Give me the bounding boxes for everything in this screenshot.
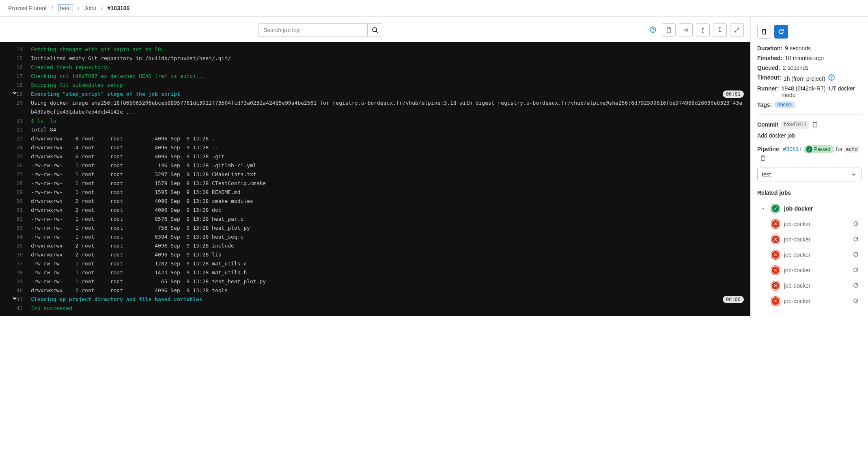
job-name: job-docker [784, 205, 859, 212]
search-button[interactable] [368, 23, 382, 37]
retry-job-icon[interactable] [853, 282, 859, 290]
log-line: 40drwxrwxrwx 2 root root 4096 Sep 9 13:2… [0, 286, 750, 295]
log-line: 33-rw-rw-rw- 1 root root 756 Sep 9 13:28… [0, 224, 750, 233]
tag-docker[interactable]: docker [774, 101, 795, 108]
retry-job-icon[interactable] [853, 267, 859, 274]
breadcrumb-project[interactable]: heat [58, 4, 73, 12]
fullscreen-button[interactable] [730, 23, 744, 37]
copy-commit-button[interactable] [812, 121, 818, 129]
log-line-text: drwxrwxrwx 6 root root 4096 Sep 9 13:28 … [31, 152, 744, 161]
log-line-number[interactable]: 33 [6, 224, 23, 233]
timeout-help-icon[interactable] [828, 75, 835, 82]
log-line-number[interactable]: 22 [6, 125, 23, 134]
log-line: 17Checking out fd8d7037 as detached HEAD… [0, 72, 750, 81]
pipeline-label: Pipeline [757, 146, 779, 152]
copy-ref-button[interactable] [760, 156, 766, 163]
log-line: 36drwxrwxrwx 2 root root 4096 Sep 9 13:2… [0, 250, 750, 259]
svg-rect-8 [761, 156, 765, 161]
log-line-number[interactable]: 38 [6, 268, 23, 277]
commit-sha[interactable]: fd8d7037 [781, 121, 809, 129]
related-job-item[interactable]: ✕job-docker [757, 278, 862, 293]
sidebar: Duration:9 seconds Finished:10 minutes a… [750, 17, 868, 317]
scroll-down-button[interactable] [713, 23, 727, 37]
log-line-number[interactable]: 32 [6, 215, 23, 224]
scroll-top-button[interactable] [696, 23, 710, 37]
help-button[interactable] [647, 26, 659, 34]
log-line-number[interactable]: 20 [6, 99, 23, 116]
log-line-number[interactable]: 40 [6, 286, 23, 295]
log-line-number[interactable]: 21 [6, 116, 23, 125]
log-line: 24drwxrwxrwx 4 root root 4096 Sep 9 13:2… [0, 143, 750, 152]
breadcrumb-job-id: #103106 [108, 5, 130, 11]
retry-job-icon[interactable] [853, 220, 859, 228]
retry-job-icon[interactable] [853, 236, 859, 243]
related-job-item[interactable]: ✕job-docker [757, 293, 862, 309]
log-line: 35drwxrwxrwx 2 root root 4096 Sep 9 13:2… [0, 241, 750, 250]
commit-label: Commit [757, 121, 778, 129]
log-line-number[interactable]: 36 [6, 250, 23, 259]
related-job-item[interactable]: ✕job-docker [757, 263, 862, 278]
duration-value: 9 seconds [785, 45, 862, 52]
log-line-text: -rw-rw-rw- 1 root root 146 Sep 9 13:28 .… [31, 161, 744, 170]
log-line-number[interactable]: 34 [6, 233, 23, 241]
log-line-number[interactable]: 26 [6, 161, 23, 170]
breadcrumb: Pruvost Florent / heat / Jobs / #103106 [0, 0, 868, 17]
log-line-number[interactable]: 29 [6, 188, 23, 197]
erase-job-button[interactable] [757, 25, 771, 39]
log-line-number[interactable]: 23 [6, 134, 23, 143]
log-line-number[interactable]: 17 [6, 72, 23, 81]
log-line-text: $ ls -la [31, 116, 744, 125]
stage-selected-value: test [762, 171, 771, 178]
log-line-number[interactable]: 30 [6, 197, 23, 206]
timeout-value: 1h (from project) [784, 74, 862, 82]
retry-job-button[interactable] [774, 25, 788, 39]
log-line-text: Fetching changes with git depth set to 5… [31, 45, 744, 54]
log-line-number[interactable]: 37 [6, 259, 23, 268]
collapse-chevron-icon[interactable] [11, 90, 18, 99]
log-line: 42Job succeeded [0, 304, 750, 313]
log-line-number[interactable]: 31 [6, 206, 23, 215]
log-line-text: Using docker image sha256:18f865063206eb… [31, 99, 744, 116]
log-line-text: Executing "step_script" stage of the job… [31, 90, 744, 99]
retry-job-icon[interactable] [853, 297, 859, 305]
log-line-number[interactable]: 15 [6, 54, 23, 63]
collapse-chevron-icon[interactable] [11, 295, 18, 304]
log-line-number[interactable]: 14 [6, 45, 23, 54]
log-line-text: -rw-rw-rw- 1 root root 1423 Sep 9 13:28 … [31, 268, 744, 277]
log-line: 41Cleaning up project directory and file… [0, 295, 750, 304]
related-job-item[interactable]: ✕job-docker [757, 232, 862, 247]
log-line-number[interactable]: 24 [6, 143, 23, 152]
retry-job-icon[interactable] [853, 251, 859, 259]
log-line-number[interactable]: 16 [6, 63, 23, 72]
pipeline-ref[interactable]: auto [844, 146, 859, 153]
breadcrumb-jobs[interactable]: Jobs [84, 5, 97, 11]
log-line-text: -rw-rw-rw- 1 root root 1282 Sep 9 13:28 … [31, 259, 744, 268]
log-line-text: -rw-rw-rw- 1 root root 6394 Sep 9 13:28 … [31, 233, 744, 241]
log-line-number[interactable]: 25 [6, 152, 23, 161]
log-line-number[interactable]: 39 [6, 277, 23, 286]
pipeline-status-badge: ✓ Passed [803, 145, 834, 153]
search-input[interactable] [258, 23, 368, 37]
log-line-text: drwxrwxrwx 4 root root 4096 Sep 9 13:28 … [31, 143, 744, 152]
log-line-text: -rw-rw-rw- 1 root root 1579 Sep 9 13:28 … [31, 179, 744, 188]
breadcrumb-owner[interactable]: Pruvost Florent [8, 5, 47, 11]
related-job-item[interactable]: ✕job-docker [757, 216, 862, 232]
related-job-item[interactable]: →✓job-docker [757, 201, 862, 216]
log-line-number[interactable]: 35 [6, 241, 23, 250]
scroll-bottom-button[interactable] [679, 23, 693, 37]
stage-dropdown[interactable]: test [757, 168, 862, 181]
log-line-text: drwxrwxrwx 2 root root 4096 Sep 9 13:28 … [31, 286, 744, 295]
related-job-item[interactable]: ✕job-docker [757, 247, 862, 263]
log-line: 25drwxrwxrwx 6 root root 4096 Sep 9 13:2… [0, 152, 750, 161]
search-icon [372, 27, 378, 33]
raw-button[interactable] [662, 23, 676, 37]
status-failed-icon: ✕ [771, 297, 780, 306]
log-line: 39-rw-rw-rw- 1 root root 65 Sep 9 13:28 … [0, 277, 750, 286]
timeout-label: Timeout: [757, 74, 781, 82]
log-line: 14Fetching changes with git depth set to… [0, 45, 750, 54]
log-line-number[interactable]: 28 [6, 179, 23, 188]
log-line-number[interactable]: 42 [6, 304, 23, 313]
pipeline-link[interactable]: #39817 [783, 146, 802, 152]
log-line-number[interactable]: 27 [6, 170, 23, 179]
log-line-number[interactable]: 18 [6, 81, 23, 90]
